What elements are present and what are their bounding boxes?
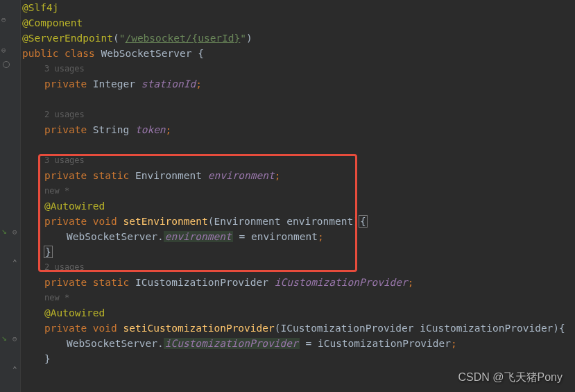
method-name: setiCustomizationProvider: [123, 323, 275, 334]
class-ref: WebSocketServer.: [67, 338, 164, 349]
new-hint: new *: [22, 183, 575, 198]
paren: ): [246, 33, 252, 44]
annotation: @Slf4j: [22, 2, 58, 13]
field: stationId: [141, 78, 196, 90]
type: Integer: [93, 78, 141, 90]
keyword: static: [93, 277, 135, 288]
class-name: WebSocketServer: [101, 48, 198, 59]
semicolon: ;: [166, 124, 172, 135]
string-quote: ": [240, 33, 246, 44]
collapse-icon[interactable]: ⊖: [1, 12, 11, 22]
semicolon: ;: [196, 78, 202, 90]
paren: (: [113, 33, 119, 44]
keyword: private: [44, 78, 93, 90]
param-type: Environment: [214, 216, 286, 227]
class-ref: WebSocketServer.: [67, 231, 164, 242]
paren: ): [553, 323, 559, 334]
override-icon[interactable]: ↘: [1, 330, 11, 340]
field: iCustomizationProvider: [275, 277, 408, 288]
keyword: private: [44, 277, 93, 288]
semicolon: ;: [275, 170, 281, 181]
class-icon[interactable]: [3, 58, 12, 68]
type: Environment: [135, 170, 208, 181]
keyword: private: [44, 216, 93, 227]
param-name: iCustomizationProvider: [420, 323, 553, 334]
static-field: environment: [164, 231, 233, 242]
brace: {: [198, 48, 204, 59]
editor-gutter: ⊖ ⊖ ↘ ⊖ ⌃ ↘ ⊖ ⌃: [0, 0, 21, 392]
brace: {: [559, 323, 565, 334]
annotation: @Autowired: [44, 307, 105, 318]
semicolon: ;: [318, 231, 324, 242]
keyword: static: [93, 170, 135, 181]
usage-hint[interactable]: 2 usages: [22, 259, 575, 275]
semicolon: ;: [451, 338, 457, 349]
keyword: void: [93, 323, 123, 334]
static-field: iCustomizationProvider: [164, 338, 300, 349]
param-type: ICustomizationProvider: [280, 323, 420, 334]
arg: environment: [251, 231, 318, 242]
keyword: public: [22, 48, 65, 59]
endpoint-url: /websocket/{userId}: [125, 33, 240, 44]
semicolon: ;: [408, 277, 414, 288]
field: environment: [208, 170, 275, 181]
brace: }: [44, 246, 53, 258]
param-name: environment: [286, 216, 353, 227]
keyword: private: [44, 124, 93, 135]
type: String: [93, 124, 135, 135]
annotation: @Component: [22, 17, 83, 28]
usage-hint[interactable]: 2 usages: [22, 107, 575, 122]
usage-hint[interactable]: 3 usages: [22, 61, 575, 76]
keyword: private: [44, 170, 93, 181]
override-icon[interactable]: ↘: [1, 223, 11, 233]
code-editor[interactable]: @Slf4j @Component @ServerEndpoint("/webs…: [21, 0, 575, 392]
annotation: @ServerEndpoint: [22, 33, 113, 44]
collapse-icon[interactable]: ⊖: [1, 43, 11, 53]
new-hint: new *: [22, 290, 575, 305]
assign: =: [300, 338, 318, 349]
keyword: void: [93, 216, 123, 227]
arg: iCustomizationProvider: [318, 338, 451, 349]
usage-hint[interactable]: 3 usages: [22, 153, 575, 168]
watermark-text: CSDN @飞天猪Pony: [458, 370, 563, 385]
type: ICustomizationProvider: [135, 277, 275, 288]
keyword: class: [65, 48, 101, 59]
annotation: @Autowired: [44, 201, 105, 212]
assign: =: [233, 231, 251, 242]
method-name: setEnvironment: [123, 216, 208, 227]
brace: }: [44, 353, 51, 364]
brace: {: [359, 215, 368, 228]
field: token: [135, 124, 166, 135]
keyword: private: [44, 323, 93, 334]
